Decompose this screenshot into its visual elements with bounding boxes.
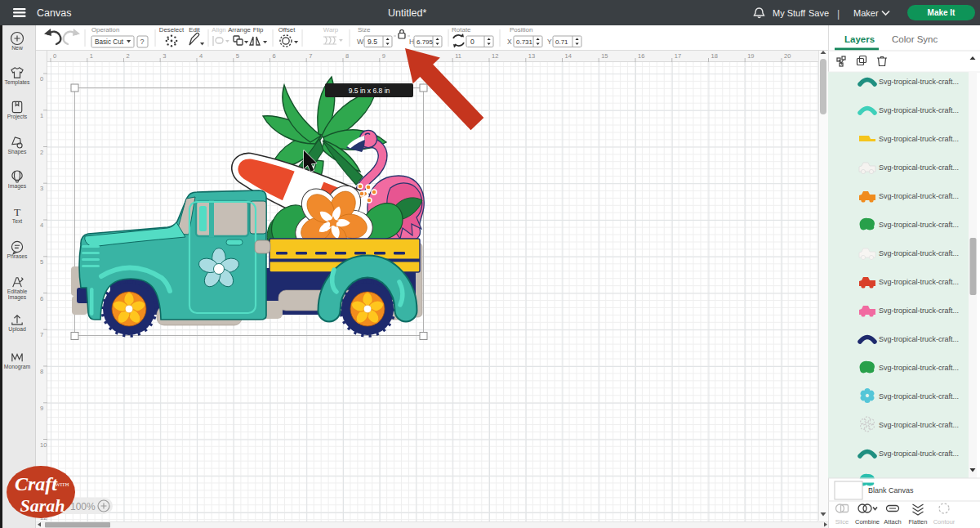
svg-text:Projects: Projects (7, 114, 28, 120)
svg-text:6: 6 (273, 52, 276, 60)
svg-text:0: 0 (53, 52, 56, 60)
svg-text:Blank Canvas: Blank Canvas (868, 486, 914, 494)
svg-text:1: 1 (40, 112, 43, 119)
svg-text:Edit: Edit (189, 26, 200, 34)
svg-text:W: W (357, 38, 364, 46)
svg-text:Flatten: Flatten (909, 518, 928, 526)
svg-text:Svg-tropical-truck-craft...: Svg-tropical-truck-craft... (879, 135, 959, 143)
svg-text:Basic Cut: Basic Cut (95, 38, 124, 46)
svg-text:Shapes: Shapes (7, 149, 27, 155)
svg-text:8: 8 (40, 368, 43, 375)
svg-text:New: New (11, 45, 23, 51)
svg-text:16: 16 (638, 52, 644, 60)
svg-text:Y: Y (547, 38, 552, 46)
svg-text:Svg-tropical-truck-craft...: Svg-tropical-truck-craft... (879, 278, 959, 286)
svg-text:11: 11 (455, 52, 461, 60)
svg-text:Svg-tropical-truck-craft...: Svg-tropical-truck-craft... (879, 106, 959, 114)
svg-text:Offset: Offset (278, 26, 296, 34)
svg-text:0: 0 (470, 38, 474, 46)
svg-text:9: 9 (382, 52, 385, 60)
svg-text:|: | (837, 8, 840, 20)
svg-text:Svg-tropical-truck-craft...: Svg-tropical-truck-craft... (879, 192, 959, 200)
svg-text:0: 0 (40, 75, 43, 83)
svg-text:Svg-tropical-truck-craft...: Svg-tropical-truck-craft... (879, 392, 959, 400)
svg-text:Upload: Upload (8, 326, 26, 333)
svg-text:18: 18 (711, 52, 718, 60)
svg-text:2: 2 (40, 149, 43, 156)
svg-text:H: H (409, 38, 414, 46)
svg-text:Svg-tropical-truck-craft...: Svg-tropical-truck-craft... (879, 450, 959, 458)
svg-text:Editable: Editable (7, 289, 28, 294)
svg-text:3: 3 (163, 52, 166, 60)
svg-text:5: 5 (236, 52, 239, 60)
svg-text:4: 4 (40, 221, 43, 229)
svg-text:Contour: Contour (933, 518, 956, 526)
svg-text:Make It: Make It (928, 8, 956, 17)
svg-text:Svg-tropical-truck-craft...: Svg-tropical-truck-craft... (879, 221, 959, 229)
svg-text:Svg-tropical-truck-craft...: Svg-tropical-truck-craft... (879, 307, 959, 315)
svg-text:Slice: Slice (835, 518, 849, 526)
svg-text:T: T (14, 206, 21, 218)
svg-text:17: 17 (675, 52, 681, 60)
svg-text:Text: Text (12, 218, 23, 224)
svg-text:9.5: 9.5 (368, 38, 377, 46)
svg-text:19: 19 (747, 52, 754, 60)
svg-text:WITH: WITH (56, 481, 69, 487)
svg-text:1: 1 (90, 52, 93, 60)
svg-text:Warp: Warp (323, 26, 339, 34)
svg-text:0.731: 0.731 (516, 38, 533, 46)
svg-text:Svg-tropical-truck-craft...: Svg-tropical-truck-craft... (879, 421, 959, 429)
svg-text:Size: Size (358, 26, 371, 34)
svg-text:3: 3 (40, 185, 43, 192)
svg-text:Arrange: Arrange (228, 26, 251, 34)
svg-text:100%: 100% (70, 501, 96, 512)
svg-text:Svg-tropical-truck-craft...: Svg-tropical-truck-craft... (879, 163, 959, 172)
svg-text:5: 5 (40, 258, 43, 266)
svg-text:7: 7 (40, 331, 43, 338)
svg-text:8: 8 (345, 52, 349, 60)
svg-text:12: 12 (492, 52, 498, 60)
svg-text:Sarah: Sarah (20, 495, 65, 516)
svg-text:Svg-tropical-truck-craft...: Svg-tropical-truck-craft... (879, 364, 959, 372)
svg-text:X: X (507, 38, 512, 46)
svg-text:Attach: Attach (884, 518, 901, 526)
svg-text:0.71: 0.71 (555, 38, 568, 46)
svg-text:10: 10 (40, 441, 47, 449)
svg-text:Canvas: Canvas (37, 7, 71, 19)
svg-text:My Stuff: My Stuff (773, 8, 806, 18)
svg-text:Templates: Templates (5, 79, 31, 86)
svg-text:Save: Save (808, 8, 829, 18)
svg-text:Combine: Combine (855, 518, 880, 526)
svg-text:Position: Position (510, 26, 532, 34)
svg-text:Flip: Flip (253, 26, 264, 34)
svg-text:Deselect: Deselect (159, 26, 185, 34)
svg-text:Monogram: Monogram (4, 364, 31, 370)
svg-text:9.5 in x 6.8 in: 9.5 in x 6.8 in (349, 87, 390, 95)
svg-text:13: 13 (528, 52, 535, 60)
svg-text:Maker: Maker (853, 8, 879, 18)
svg-text:2: 2 (127, 52, 130, 60)
svg-text:4: 4 (199, 52, 203, 60)
svg-text:Untitled*: Untitled* (388, 7, 426, 19)
svg-text:Layers: Layers (844, 34, 875, 44)
svg-text:Color Sync: Color Sync (892, 34, 938, 44)
svg-text:Svg-tropical-truck-craft...: Svg-tropical-truck-craft... (879, 78, 959, 86)
svg-text:Svg-tropical-truck-craft...: Svg-tropical-truck-craft... (879, 335, 959, 343)
svg-text:20: 20 (784, 52, 791, 60)
svg-text:?: ? (140, 38, 145, 46)
svg-text:Phrases: Phrases (7, 253, 29, 259)
svg-text:Operation: Operation (91, 26, 119, 34)
svg-text:Svg-tropical-truck-craft...: Svg-tropical-truck-craft... (879, 249, 959, 257)
svg-text:9: 9 (40, 405, 43, 412)
svg-text:14: 14 (565, 52, 572, 60)
svg-text:Align: Align (212, 26, 225, 34)
svg-text:Craft: Craft (15, 473, 58, 494)
svg-text:6.795: 6.795 (416, 38, 434, 46)
svg-text:Rotate: Rotate (452, 26, 471, 34)
svg-text:Images: Images (8, 294, 27, 301)
svg-text:Images: Images (8, 183, 27, 190)
svg-text:15: 15 (601, 52, 608, 60)
svg-text:7: 7 (309, 52, 312, 60)
svg-text:6: 6 (40, 295, 43, 302)
